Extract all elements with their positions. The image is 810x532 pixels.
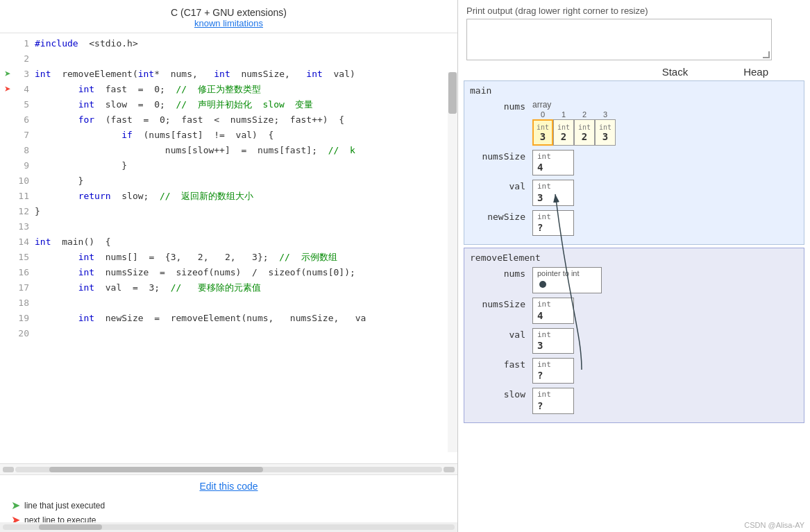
code-line-13: 13 (0, 219, 457, 234)
var-box-val: int 3 (532, 180, 574, 205)
re-var-box-nums: pointer to int (532, 267, 602, 293)
re-var-val-numsSize: 4 (537, 309, 569, 322)
line-code-16: int numsSize = sizeof(nums) / sizeof(num… (35, 265, 452, 280)
line-num-2: 2 (15, 51, 35, 67)
line-num-6: 6 (15, 112, 35, 128)
line-num-17: 17 (15, 280, 35, 295)
line-code-17: int val = 3; // 要移除的元素值 (35, 280, 452, 295)
array-label: array (532, 100, 616, 110)
re-var-name-fast: fast (470, 358, 532, 371)
legend-green: ➤ line that just executed (11, 499, 446, 512)
resize-handle[interactable] (763, 51, 770, 58)
line-arrow-red-4: ➤ (0, 82, 15, 97)
line-code-9: } (35, 158, 452, 173)
line-code-4: int fast = 0; // 修正为整数类型 (35, 82, 452, 97)
re-var-name-nums: nums (470, 267, 532, 280)
var-val-newSize: ? (537, 221, 569, 234)
line-num-9: 9 (15, 158, 35, 173)
var-box-numsSize: int 4 (532, 150, 574, 175)
watermark: CSDN @Alisa-AY (744, 521, 804, 529)
nums-array-container: array 0 1 2 3 int 3 (532, 100, 616, 146)
re-var-row-numsSize: numsSize int 4 (470, 298, 798, 323)
code-line-19: 19 int newSize = removeElement(nums, num… (0, 311, 457, 326)
line-num-12: 12 (15, 204, 35, 219)
h-scrollbar-thumb[interactable] (49, 467, 263, 472)
line-code-14: int main() { (35, 234, 452, 250)
code-line-9: 9 } (0, 158, 457, 173)
line-num-3: 3 (15, 67, 35, 82)
cell-val-3: 3 (602, 131, 608, 142)
h-scrollbar-track[interactable] (15, 467, 442, 472)
line-num-18: 18 (15, 295, 35, 311)
re-var-box-numsSize: int 4 (532, 298, 574, 323)
re-var-box-val: int 3 (532, 328, 574, 354)
code-line-16: 16 int numsSize = sizeof(nums) / sizeof(… (0, 265, 457, 280)
stack-label: Stack (662, 66, 689, 78)
re-var-val-slow: ? (537, 400, 569, 412)
line-code-12: } (35, 204, 452, 219)
legend-green-label: line that just executed (24, 501, 105, 510)
code-area[interactable]: 1 #include <stdio.h> 2 ➤ 3 int removeEle… (0, 33, 457, 463)
re-var-box-slow: int ? (532, 388, 574, 413)
var-name-val: val (470, 180, 532, 193)
var-type-numsSize: int (537, 152, 569, 161)
var-type-val: int (537, 182, 569, 191)
v-scrollbar-thumb[interactable] (448, 72, 457, 114)
code-header: C (C17 + GNU extensions) known limitatio… (0, 0, 457, 33)
main-frame-label: main (470, 85, 798, 96)
vertical-scrollbar[interactable] (448, 72, 457, 452)
re-var-box-fast: int ? (532, 358, 574, 384)
line-code-10: } (35, 173, 452, 189)
array-idx-0: 0 (532, 110, 553, 119)
array-cell-0: int 3 (532, 119, 553, 146)
cell-type-3: int (599, 123, 611, 131)
line-num-8: 8 (15, 143, 35, 158)
line-code-1: #include <stdio.h> (35, 36, 452, 51)
h-scroll-left-btn[interactable] (3, 467, 14, 472)
line-code-6: for (fast = 0; fast < numsSize; fast++) … (35, 112, 452, 128)
code-line-6: 6 for (fast = 0; fast < numsSize; fast++… (0, 112, 457, 128)
re-var-row-slow: slow int ? (470, 388, 798, 413)
known-limitations-link[interactable]: known limitations (194, 18, 263, 28)
bottom-thumb[interactable] (39, 524, 102, 530)
visualization: main nums array 0 1 2 3 (458, 80, 810, 532)
code-line-20: 20 (0, 326, 457, 341)
code-line-7: 7 if (nums[fast] != val) { (0, 128, 457, 143)
left-panel: C (C17 + GNU extensions) known limitatio… (0, 0, 458, 532)
code-line-2: 2 (0, 51, 457, 67)
code-title: C (C17 + GNU extensions) (0, 7, 457, 18)
var-val-numsSize: 4 (537, 161, 569, 173)
bottom-track[interactable] (3, 524, 455, 530)
line-code-5: int slow = 0; // 声明并初始化 slow 变量 (35, 97, 452, 112)
cell-type-2: int (578, 123, 591, 131)
stack-heap-header: Stack Heap (458, 63, 810, 80)
line-code-8: nums[slow++] = nums[fast]; // k (35, 143, 452, 158)
bottom-scrollbar[interactable] (0, 522, 457, 532)
code-line-3: ➤ 3 int removeElement(int* nums, int num… (0, 67, 457, 82)
code-line-4: ➤ 4 int fast = 0; // 修正为整数类型 (0, 82, 457, 97)
output-section: Print output (drag lower right corner to… (458, 0, 810, 63)
code-line-5: 5 int slow = 0; // 声明并初始化 slow 变量 (0, 97, 457, 112)
code-line-8: 8 nums[slow++] = nums[fast]; // k (0, 143, 457, 158)
horizontal-scrollbar-area[interactable] (0, 463, 457, 474)
re-var-type-fast: int (537, 360, 569, 369)
line-num-10: 10 (15, 173, 35, 189)
code-lines: 1 #include <stdio.h> 2 ➤ 3 int removeEle… (0, 33, 457, 463)
output-label: Print output (drag lower right corner to… (466, 6, 802, 16)
line-code-3: int removeElement(int* nums, int numsSiz… (35, 67, 452, 82)
cell-val-1: 2 (561, 131, 566, 142)
output-box[interactable] (466, 19, 772, 60)
h-scroll-right-btn[interactable] (444, 467, 455, 472)
line-code-19: int newSize = removeElement(nums, numsSi… (35, 311, 452, 326)
code-line-1: 1 #include <stdio.h> (0, 36, 457, 51)
main-container: C (C17 + GNU extensions) known limitatio… (0, 0, 810, 532)
code-line-12: 12 } (0, 204, 457, 219)
line-num-11: 11 (15, 189, 35, 204)
code-line-11: 11 return slow; // 返回新的数组大小 (0, 189, 457, 204)
line-num-15: 15 (15, 250, 35, 265)
edit-code-link[interactable]: Edit this code (199, 481, 258, 492)
code-line-10: 10 } (0, 173, 457, 189)
var-row-nums: nums array 0 1 2 3 int 3 (470, 100, 798, 146)
var-name-newSize: newSize (470, 210, 532, 223)
var-val-val: 3 (537, 191, 569, 204)
